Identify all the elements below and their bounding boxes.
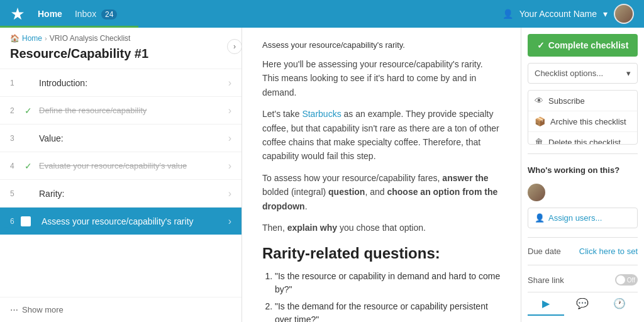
content-para2: Let's take Starbucks as an example. They…: [262, 107, 501, 164]
play-icon: ▶: [542, 297, 550, 309]
progress-bar: [0, 26, 138, 28]
archive-icon: 📦: [535, 116, 545, 126]
page-title: Resource/Capability #1: [0, 47, 242, 69]
logo[interactable]: [10, 6, 25, 21]
show-more[interactable]: ⋯ Show more: [0, 297, 242, 322]
content-para1: Here you'll be assessing your resource/c…: [262, 57, 501, 99]
item-dot-6: [4, 227, 9, 232]
person-icon: 👤: [535, 213, 545, 223]
user-avatar: [528, 184, 545, 201]
working-title: Who's working on this?: [528, 163, 638, 177]
due-date-label: Due date: [528, 247, 561, 256]
chevron-down-icon: ▾: [626, 69, 631, 78]
content-para4: Then, explain why you chose that option.: [262, 221, 501, 235]
item-label-2: Define the resource/capability: [39, 106, 228, 115]
complete-button[interactable]: ✓ Complete checklist: [528, 34, 638, 57]
item-num-2: 2: [10, 106, 23, 115]
item-check-6: [23, 216, 34, 227]
checklist-options-button[interactable]: Checklist options... ▾: [528, 63, 638, 84]
share-row: Share link Off: [528, 274, 638, 286]
item-num-1: 1: [10, 79, 23, 87]
rarity-title: Rarity-related questions:: [262, 245, 501, 262]
breadcrumb-home[interactable]: Home: [22, 34, 42, 43]
tab-activity[interactable]: ▶: [528, 292, 564, 316]
checklist-item-3[interactable]: 3 Value: ›: [0, 124, 242, 152]
checklist-item-1[interactable]: 1 Introduction: ›: [0, 69, 242, 96]
checklist-item-4[interactable]: 4 ✓ Evaluate your resource/capability's …: [0, 152, 242, 179]
nav-home[interactable]: Home: [38, 9, 62, 19]
tab-bar: ▶ 💬 🕐: [528, 292, 638, 316]
breadcrumb-sep: ›: [45, 35, 47, 42]
trash-icon: 🗑: [535, 137, 543, 145]
item-label-3: Value:: [39, 133, 228, 143]
account-icon: 👤: [502, 9, 513, 19]
tab-comments[interactable]: 💬: [564, 292, 601, 316]
assign-label: Assign users...: [548, 213, 602, 223]
history-icon: 🕐: [613, 297, 626, 309]
option-delete-label: Delete this checklist...: [548, 138, 628, 145]
item-label-6: Assess your resource/capability's rarity: [42, 216, 228, 226]
item-check-2: ✓: [23, 105, 34, 116]
checklist-item-5[interactable]: 5 Rarity: ›: [0, 179, 242, 207]
assign-users-button[interactable]: 👤 Assign users...: [528, 208, 638, 228]
avatar[interactable]: [614, 4, 634, 24]
item-num-5: 5: [10, 189, 23, 198]
nav-inbox[interactable]: Inbox 24: [75, 9, 118, 19]
item-arrow-1: ›: [228, 77, 231, 89]
tab-history[interactable]: 🕐: [601, 292, 638, 316]
questions-list: "Is the resource or capability in demand…: [275, 270, 501, 322]
content-intro-title: Assess your resource/capability's rarity…: [262, 40, 501, 50]
left-panel: 🏠 Home › VRIO Analysis Checklist Resourc…: [0, 28, 242, 322]
option-archive-label: Archive this checklist: [550, 117, 626, 126]
main-content: › Assess your resource/capability's rari…: [242, 28, 521, 322]
item-arrow-6: ›: [228, 216, 231, 227]
account-name: Your Account Name: [519, 9, 597, 19]
share-label: Share link: [528, 275, 564, 285]
working-users: [528, 184, 638, 201]
due-date-row: Due date Click here to set: [528, 247, 638, 256]
item-label-1: Introduction:: [39, 78, 228, 88]
account-menu[interactable]: 👤 Your Account Name ▾: [502, 4, 634, 24]
starbucks-link[interactable]: Starbucks: [302, 109, 341, 119]
divider-3: [528, 265, 638, 265]
show-more-label: Show more: [22, 305, 64, 314]
item-num-4: 4: [10, 162, 23, 170]
item-arrow-4: ›: [228, 160, 231, 172]
question-1: "Is the resource or capability in demand…: [275, 270, 501, 296]
checklist-items: 1 Introduction: › 2 ✓ Define the resourc…: [0, 69, 242, 297]
ellipsis-icon: ⋯: [10, 305, 18, 314]
item-num-3: 3: [10, 134, 23, 143]
item-arrow-2: ›: [228, 105, 231, 116]
item-label-4: Evaluate your resource/capability's valu…: [39, 161, 228, 170]
item-check-1: [23, 77, 34, 89]
chevron-down-icon: ▾: [603, 9, 608, 19]
item-arrow-3: ›: [228, 133, 231, 144]
checklist-item-2[interactable]: 2 ✓ Define the resource/capability ›: [0, 96, 242, 124]
option-archive[interactable]: 📦 Archive this checklist: [528, 111, 637, 132]
divider-2: [528, 237, 638, 238]
content-para3: To assess how your resource/capability f…: [262, 171, 501, 213]
checkmark-icon: ✓: [537, 40, 545, 50]
topnav: Home Inbox 24 👤 Your Account Name ▾: [0, 0, 644, 28]
item-check-5: [23, 188, 34, 199]
item-label-5: Rarity:: [39, 189, 228, 199]
item-check-4: ✓: [23, 160, 34, 172]
eye-icon: 👁: [535, 96, 543, 106]
breadcrumb: 🏠 Home › VRIO Analysis Checklist: [0, 28, 242, 47]
inbox-badge: 24: [101, 9, 117, 19]
due-date-link[interactable]: Click here to set: [579, 247, 638, 256]
complete-label: Complete checklist: [548, 40, 629, 50]
share-toggle[interactable]: Off: [615, 274, 638, 286]
options-label: Checklist options...: [535, 69, 603, 78]
home-icon: 🏠: [10, 34, 19, 43]
para2-prefix: Let's take: [262, 109, 302, 119]
question-2: "Is the demand for the resource or capab…: [275, 300, 501, 322]
option-delete[interactable]: 🗑 Delete this checklist...: [528, 132, 637, 145]
option-subscribe[interactable]: 👁 Subscribe: [528, 91, 637, 111]
comment-icon: 💬: [576, 297, 589, 309]
divider-1: [528, 153, 638, 154]
right-panel: ✓ Complete checklist Checklist options..…: [521, 28, 644, 322]
toggle-knob: [616, 275, 625, 284]
checklist-item-6[interactable]: 6 Assess your resource/capability's rari…: [0, 207, 242, 235]
option-subscribe-label: Subscribe: [548, 96, 585, 106]
